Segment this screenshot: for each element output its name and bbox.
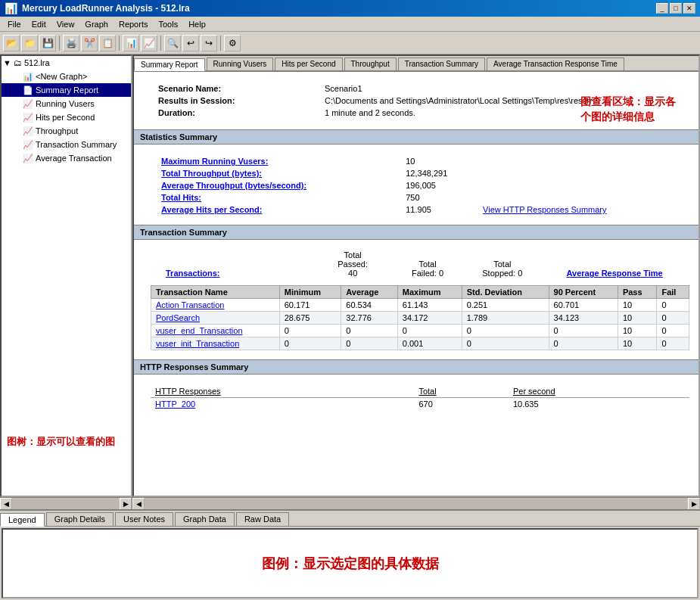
filter-button[interactable]: 🔍 — [164, 35, 181, 51]
tab-hits-per-second[interactable]: Hits per Second — [275, 58, 342, 70]
stat-label-avg-hits[interactable]: Average Hits per Second: — [161, 205, 262, 214]
trans-fail: 0 — [657, 337, 689, 350]
stat-row-avg-throughput: Average Throughput (bytes/second): 196,0… — [158, 179, 689, 191]
tab-summary-report[interactable]: Summary Report — [134, 58, 205, 71]
minimize-button[interactable]: _ — [656, 3, 668, 14]
stat-value-avg-throughput: 196,005 — [406, 181, 436, 190]
session-row: Results in Session: C:\Documents and Set… — [158, 96, 689, 105]
view-http-link[interactable]: View HTTP Responses Summary — [483, 205, 606, 214]
tree-item-avg-trans[interactable]: 📈 Average Transaction — [2, 151, 131, 165]
stat-label-throughput[interactable]: Total Throughput (bytes): — [161, 169, 262, 178]
tree-panel: ▼ 🗂 512.lra 📊 <New Graph> 📄 Summary Repo… — [0, 54, 132, 497]
th-90pct: 90 Percent — [549, 286, 618, 299]
session-value: C:\Documents and Settings\Administrator\… — [325, 96, 592, 105]
tree-root-label: 512.lra — [24, 57, 50, 69]
menu-tools[interactable]: Tools — [154, 19, 182, 30]
tree-item-summary-report[interactable]: 📄 Summary Report — [2, 83, 131, 97]
http-th-response: HTTP Responses — [151, 385, 414, 398]
stat-value-avg-hits: 11.905 — [406, 205, 431, 214]
bottom-tab-graph-details[interactable]: Graph Details — [46, 512, 114, 526]
trans-name[interactable]: vuser_init_Transaction — [151, 337, 280, 350]
copy-button[interactable]: 📋 — [99, 35, 116, 51]
tree-vusers-icon: 📈 — [23, 98, 33, 110]
tab-transaction-summary[interactable]: Transaction Summary — [398, 58, 485, 70]
tree-item-running-vusers[interactable]: 📈 Running Vusers — [2, 97, 131, 110]
app-icon: 📊 — [5, 2, 17, 14]
menu-edit[interactable]: Edit — [27, 19, 51, 30]
tab-throughput[interactable]: Throughput — [344, 58, 397, 70]
tree-summary-label: Summary Report — [36, 84, 98, 96]
http-per-sec: 10.635 — [509, 398, 689, 411]
trans-max: 34.172 — [397, 312, 462, 325]
graph-button[interactable]: 📈 — [141, 35, 157, 51]
stat-label-avg-throughput[interactable]: Average Throughput (bytes/second): — [161, 181, 306, 190]
cut-button[interactable]: ✂️ — [81, 35, 98, 51]
close-button[interactable]: ✕ — [683, 3, 695, 14]
tree-item-hits[interactable]: 📈 Hits per Second — [2, 110, 131, 124]
trans-name[interactable]: vuser_end_Transaction — [151, 325, 280, 337]
menu-bar: File Edit View Graph Reports Tools Help — [0, 17, 700, 32]
stat-value-throughput: 12,348,291 — [406, 169, 447, 178]
trans-fail: 0 — [657, 325, 689, 337]
tree-item-throughput[interactable]: 📈 Throughput — [2, 124, 131, 138]
transaction-table: Transaction Name Minimum Average Maximum… — [151, 285, 689, 350]
tab-avg-response-time[interactable]: Average Transaction Response Time — [487, 58, 624, 70]
maximize-button[interactable]: □ — [670, 3, 682, 14]
tree-hits-icon: 📈 — [23, 111, 33, 123]
trans-std: 0.251 — [462, 299, 549, 312]
trans-avg: 32.776 — [341, 312, 398, 325]
transactions-label[interactable]: Transactions: — [166, 269, 220, 278]
open-button[interactable]: 📁 — [21, 35, 38, 51]
new-button[interactable]: 📂 — [3, 35, 20, 51]
trans-name[interactable]: PordSearch — [151, 312, 280, 325]
tree-hits-label: Hits per Second — [36, 111, 95, 123]
menu-file[interactable]: File — [3, 19, 26, 30]
bottom-tab-graph-data[interactable]: Graph Data — [175, 512, 235, 526]
bottom-tab-legend[interactable]: Legend — [0, 513, 45, 527]
main-scroll-left-btn[interactable]: ◀ — [132, 498, 145, 510]
tree-item-trans-summary[interactable]: 📈 Transaction Summary — [2, 138, 131, 151]
menu-reports[interactable]: Reports — [114, 19, 153, 30]
trans-std: 1.789 — [462, 312, 549, 325]
table-row: vuser_init_Transaction 0 0 0.001 0 0 10 … — [151, 337, 689, 350]
bottom-tab-user-notes[interactable]: User Notes — [115, 512, 173, 526]
menu-graph[interactable]: Graph — [80, 19, 113, 30]
undo-button[interactable]: ↩ — [182, 35, 199, 51]
tab-running-vusers[interactable]: Running Vusers — [207, 58, 274, 70]
save-button[interactable]: 💾 — [39, 35, 56, 51]
scroll-right-btn[interactable]: ▶ — [120, 498, 132, 510]
menu-help[interactable]: Help — [184, 19, 210, 30]
main-scroll-track[interactable] — [145, 498, 688, 509]
tree-root[interactable]: ▼ 🗂 512.lra — [2, 56, 131, 70]
trans-pass: 10 — [618, 337, 657, 350]
menu-view[interactable]: View — [52, 19, 79, 30]
stat-label-hits[interactable]: Total Hits: — [161, 193, 201, 202]
trans-min: 28.675 — [279, 312, 341, 325]
print-button[interactable]: 🖨️ — [63, 35, 79, 51]
scroll-track[interactable] — [12, 498, 120, 509]
tree-vusers-label: Running Vusers — [36, 98, 95, 110]
trans-name[interactable]: Action Transaction — [151, 299, 280, 312]
bottom-tab-raw-data[interactable]: Raw Data — [236, 512, 289, 526]
http-table-header: HTTP Responses Total Per second — [151, 385, 689, 398]
stat-label-vusers[interactable]: Maximum Running Vusers: — [161, 157, 268, 166]
http-th-per-sec: Per second — [509, 385, 689, 398]
tree-new-graph-icon: 📊 — [23, 70, 33, 82]
total-passed-val: 40 — [316, 269, 390, 278]
trans-pass: 10 — [618, 299, 657, 312]
trans-section-header: Transaction Summary — [134, 225, 698, 240]
redo-button[interactable]: ↪ — [201, 35, 217, 51]
bottom-annotation: 图例：显示选定图的具体数据 — [262, 555, 439, 573]
http-name[interactable]: HTTP_200 — [151, 398, 414, 411]
scroll-left-btn[interactable]: ◀ — [0, 498, 12, 510]
scenario-value: Scenario1 — [325, 84, 362, 93]
stats-section-header: Statistics Summary — [134, 129, 698, 145]
tree-avg-label: Average Transaction — [36, 152, 112, 164]
title-bar: 📊 Mercury LoadRunner Analysis - 512.lra … — [0, 0, 700, 17]
trans-pass: 10 — [618, 325, 657, 337]
extra-button[interactable]: ⚙ — [224, 35, 241, 51]
avg-response-label[interactable]: Average Response Time — [567, 269, 663, 278]
main-scroll-right-btn[interactable]: ▶ — [688, 498, 700, 510]
tree-item-new-graph[interactable]: 📊 <New Graph> — [2, 70, 131, 83]
chart-button[interactable]: 📊 — [123, 35, 139, 51]
